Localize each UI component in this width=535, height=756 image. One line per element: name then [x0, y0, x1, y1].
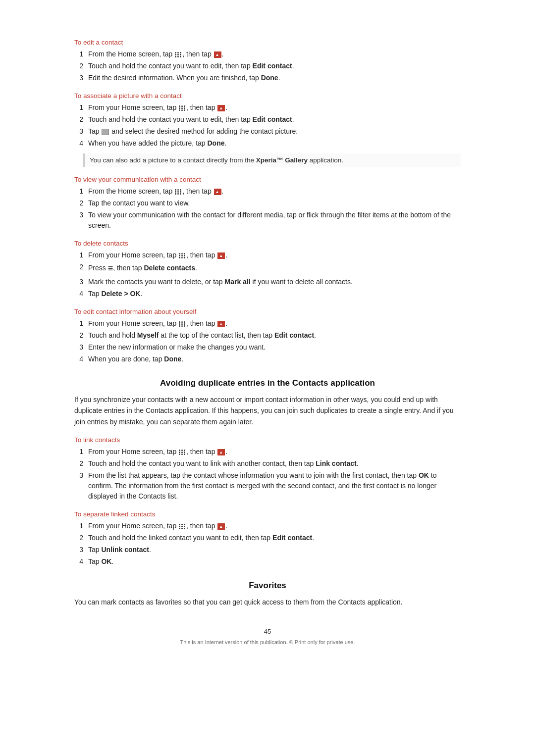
image-icon: [102, 129, 109, 135]
list-item: 1 From your Home screen, tap , then tap …: [74, 318, 461, 329]
menu-icon: ≡: [108, 263, 113, 273]
view-communication-steps: 1 From the Home screen, tap , then tap .…: [74, 186, 461, 231]
avoid-duplicate-section: Avoiding duplicate entries in the Contac…: [74, 378, 461, 427]
avoid-duplicate-body: If you synchronize your contacts with a …: [74, 394, 461, 427]
person-icon: [217, 321, 225, 327]
list-item: 2 Touch and hold the contact you want to…: [74, 61, 461, 71]
associate-picture-heading: To associate a picture with a contact: [74, 92, 461, 100]
avoid-duplicate-title: Avoiding duplicate entries in the Contac…: [74, 378, 461, 388]
list-item: 2 Touch and hold the linked contact you …: [74, 533, 461, 543]
list-item: 4 Tap Delete > OK.: [74, 289, 461, 299]
grid-icon: [179, 105, 186, 111]
list-item: 1 From your Home screen, tap , then tap …: [74, 250, 461, 260]
favorites-title: Favorites: [74, 581, 461, 591]
list-item: 4 Tap OK.: [74, 556, 461, 567]
list-item: 1 From your Home screen, tap , then tap …: [74, 521, 461, 531]
edit-contact-steps: 1 From the Home screen, tap , then tap .…: [74, 49, 461, 83]
separate-contacts-steps: 1 From your Home screen, tap , then tap …: [74, 521, 461, 567]
list-item: 2 Press ≡, then tap Delete contacts.: [74, 262, 461, 275]
grid-icon: [179, 321, 186, 327]
edit-yourself-heading: To edit contact information about yourse…: [74, 308, 461, 315]
edit-yourself-section: To edit contact information about yourse…: [74, 308, 461, 364]
delete-contacts-heading: To delete contacts: [74, 240, 461, 247]
edit-contact-heading: To edit a contact: [74, 39, 461, 46]
page-number: 45: [74, 628, 461, 635]
list-item: 3 Tap Unlink contact.: [74, 545, 461, 555]
person-icon: [217, 523, 225, 530]
delete-contacts-steps: 1 From your Home screen, tap , then tap …: [74, 250, 461, 299]
list-item: 3 Enter the new information or make the …: [74, 342, 461, 353]
view-communication-section: To view your communication with a contac…: [74, 176, 461, 231]
person-icon: [217, 449, 225, 455]
grid-icon: [179, 450, 186, 455]
footer-text: This is an Internet version of this publ…: [74, 639, 461, 645]
edit-yourself-steps: 1 From your Home screen, tap , then tap …: [74, 318, 461, 364]
person-icon: [214, 51, 221, 58]
link-contacts-section: To link contacts 1 From your Home screen…: [74, 436, 461, 502]
list-item: 3 Tap and select the desired method for …: [74, 126, 461, 137]
list-item: 1 From the Home screen, tap , then tap .: [74, 49, 461, 59]
list-item: 1 From your Home screen, tap , then tap …: [74, 447, 461, 457]
delete-contacts-section: To delete contacts 1 From your Home scre…: [74, 240, 461, 299]
page-container: To edit a contact 1 From the Home screen…: [74, 0, 461, 685]
person-icon: [217, 105, 225, 111]
view-communication-heading: To view your communication with a contac…: [74, 176, 461, 183]
list-item: 2 Touch and hold Myself at the top of th…: [74, 330, 461, 341]
list-item: 1 From your Home screen, tap , then tap …: [74, 102, 461, 113]
list-item: 1 From the Home screen, tap , then tap .: [74, 186, 461, 197]
associate-picture-section: To associate a picture with a contact 1 …: [74, 92, 461, 167]
list-item: 3 Edit the desired information. When you…: [74, 73, 461, 83]
list-item: 2 Touch and hold the contact you want to…: [74, 114, 461, 125]
separate-contacts-section: To separate linked contacts 1 From your …: [74, 510, 461, 567]
edit-contact-section: To edit a contact 1 From the Home screen…: [74, 39, 461, 83]
list-item: 2 Tap the contact you want to view.: [74, 198, 461, 208]
list-item: 2 Touch and hold the contact you want to…: [74, 458, 461, 469]
grid-icon: [179, 253, 186, 258]
list-item: 3 Mark the contacts you want to delete, …: [74, 277, 461, 287]
grid-icon: [175, 189, 182, 195]
separate-contacts-heading: To separate linked contacts: [74, 510, 461, 518]
list-item: 4 When you have added the picture, tap D…: [74, 138, 461, 149]
person-icon: [217, 252, 225, 259]
list-item: 3 From the list that appears, tap the co…: [74, 470, 461, 502]
favorites-body: You can mark contacts as favorites so th…: [74, 597, 461, 607]
grid-icon: [175, 52, 182, 57]
person-icon: [214, 189, 221, 195]
favorites-section: Favorites You can mark contacts as favor…: [74, 581, 461, 607]
list-item: 4 When you are done, tap Done.: [74, 354, 461, 364]
associate-picture-steps: 1 From your Home screen, tap , then tap …: [74, 102, 461, 149]
associate-picture-note: You can also add a picture to a contact …: [83, 153, 461, 167]
link-contacts-steps: 1 From your Home screen, tap , then tap …: [74, 447, 461, 502]
link-contacts-heading: To link contacts: [74, 436, 461, 444]
grid-icon: [179, 524, 186, 529]
list-item: 3 To view your communication with the co…: [74, 210, 461, 231]
